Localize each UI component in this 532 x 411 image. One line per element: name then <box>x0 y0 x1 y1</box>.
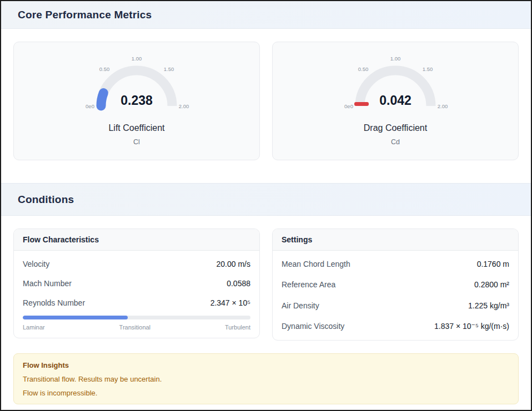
drag-coefficient-card: 0e0 0.50 1.00 1.50 2.00 0.042 Drag Coeff… <box>272 42 519 160</box>
gauge-tick-2: 1.00 <box>390 55 401 62</box>
row-value: 1.225 kg/m³ <box>468 301 509 310</box>
drag-gauge-title: Drag Coefficient <box>364 123 427 133</box>
row-label: Reference Area <box>282 280 335 289</box>
row-value: 20.00 m/s <box>217 260 250 268</box>
flow-insights-message: Transitional flow. Results may be uncert… <box>23 375 509 383</box>
row-label: Mean Chord Length <box>282 260 350 268</box>
core-metrics-section-header: Core Performance Metrics <box>1 1 531 29</box>
table-row: Dynamic Viscosity 1.837 × 10⁻⁵ kg/(m·s) <box>273 316 518 337</box>
row-label: Dynamic Viscosity <box>282 322 344 331</box>
drag-gauge: 0e0 0.50 1.00 1.50 2.00 0.042 <box>334 49 456 121</box>
gauge-tick-1: 0.50 <box>358 66 369 72</box>
table-row: Mean Chord Length 0.1760 m <box>273 253 518 275</box>
condition-cards-row: Flow Characteristics Velocity 20.00 m/s … <box>1 229 531 341</box>
gauge-tick-4: 2.00 <box>438 103 448 109</box>
regime-label-laminar: Laminar <box>23 324 45 331</box>
regime-bar-track <box>23 316 250 319</box>
lift-gauge-title: Lift Coefficient <box>108 123 164 133</box>
flow-insights-message: Flow is incompressible. <box>23 389 509 397</box>
gauge-tick-3: 1.50 <box>164 66 174 72</box>
gauge-tick-1: 0.50 <box>99 66 110 72</box>
row-label: Air Density <box>282 301 319 310</box>
settings-card-title: Settings <box>273 229 518 251</box>
regime-labels: Laminar Transitional Turbulent <box>23 324 250 331</box>
lift-gauge: 0e0 0.50 1.00 1.50 2.00 0.238 <box>76 49 198 121</box>
flow-card-title: Flow Characteristics <box>14 229 259 251</box>
flow-characteristics-card: Flow Characteristics Velocity 20.00 m/s … <box>13 229 260 338</box>
row-value: 2.347 × 10⁵ <box>210 298 250 307</box>
drag-gauge-subtitle: Cd <box>391 138 400 146</box>
gauge-tick-2: 1.00 <box>132 55 142 62</box>
lift-gauge-subtitle: Cl <box>133 138 140 146</box>
core-metrics-title: Core Performance Metrics <box>18 9 152 21</box>
gauge-tick-0: 0e0 <box>86 103 94 109</box>
lift-value: 0.238 <box>121 93 153 108</box>
row-value: 0.0588 <box>227 279 250 288</box>
table-row: Velocity 20.00 m/s <box>14 254 259 273</box>
lift-coefficient-card: 0e0 0.50 1.00 1.50 2.00 0.238 Lift Coeff… <box>13 42 260 160</box>
flow-insights-title: Flow Insights <box>23 361 509 369</box>
row-value: 0.1760 m <box>477 260 509 268</box>
table-row: Reference Area 0.2800 m² <box>273 275 518 296</box>
row-value: 1.837 × 10⁻⁵ kg/(m·s) <box>434 322 509 331</box>
gauge-cards-row: 0e0 0.50 1.00 1.50 2.00 0.238 Lift Coeff… <box>1 42 531 160</box>
settings-card: Settings Mean Chord Length 0.1760 m Refe… <box>272 229 519 341</box>
row-value: 0.2800 m² <box>474 280 509 289</box>
flow-regime-indicator: Laminar Transitional Turbulent <box>14 312 259 338</box>
gauge-tick-3: 1.50 <box>423 66 433 72</box>
regime-bar-fill <box>23 316 128 319</box>
row-label: Mach Number <box>23 279 72 288</box>
flow-insights-alert: Flow Insights Transitional flow. Results… <box>13 353 519 404</box>
gauge-value-arc <box>101 93 103 106</box>
regime-label-turbulent: Turbulent <box>225 324 250 331</box>
table-row: Reynolds Number 2.347 × 10⁵ <box>14 293 259 312</box>
conditions-section-header: Conditions <box>1 183 531 216</box>
gauge-tick-4: 2.00 <box>179 103 189 109</box>
row-label: Reynolds Number <box>23 298 85 307</box>
dashboard-page: Core Performance Metrics 0e0 0.50 1.00 1… <box>0 0 532 411</box>
row-label: Velocity <box>23 260 49 268</box>
table-row: Mach Number 0.0588 <box>14 273 259 293</box>
table-row: Air Density 1.225 kg/m³ <box>273 295 518 316</box>
gauge-tick-0: 0e0 <box>344 103 353 109</box>
drag-value: 0.042 <box>379 93 411 108</box>
conditions-title: Conditions <box>18 194 74 206</box>
regime-label-transitional: Transitional <box>119 324 150 331</box>
gauge-value-tick <box>354 102 369 106</box>
